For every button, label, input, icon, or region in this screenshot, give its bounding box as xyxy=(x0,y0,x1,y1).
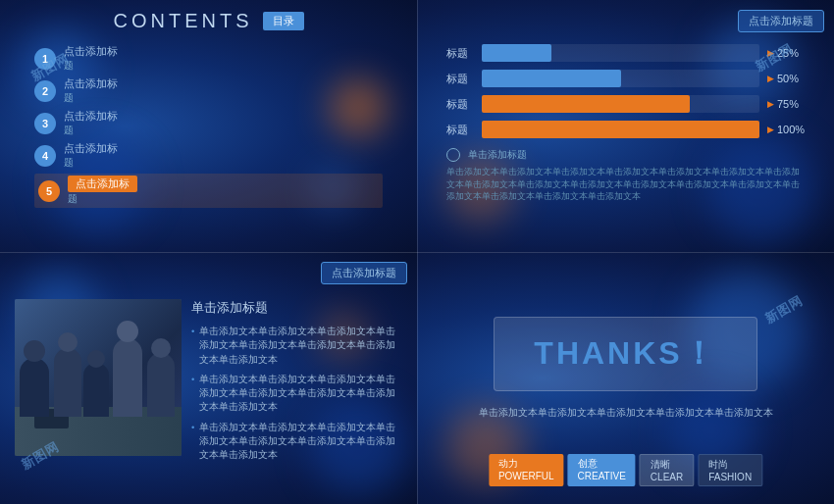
text-box-title: 单击添加标题 xyxy=(191,299,402,317)
bar-arrow-2: ▶ xyxy=(767,74,774,83)
bar-row-2: 标题 ▶ 50% xyxy=(446,70,805,87)
menu-list: 1 点击添加标 题 2 点击添加标 题 3 xyxy=(15,44,402,208)
menu-text-4: 点击添加标 题 xyxy=(64,141,118,170)
slide3-title-btn[interactable]: 点击添加标题 xyxy=(321,262,407,284)
bar-track-1 xyxy=(482,44,759,62)
check-circle-icon xyxy=(446,148,460,162)
bar-arrow-1: ▶ xyxy=(767,48,774,58)
meeting-photo xyxy=(15,299,182,456)
menu-item-1[interactable]: 1 点击添加标 题 xyxy=(34,44,383,73)
bar-label-3: 标题 xyxy=(446,97,474,112)
text-box-right: 单击添加标题 单击添加文本单击添加文本单击添加文本单击添加文本单击添加文本单击添… xyxy=(191,299,402,468)
bar-value-1: 25% xyxy=(777,47,799,59)
menu-link-3: 点击添加标 xyxy=(64,109,118,124)
bar-chart: 标题 ▶ 25% 标题 ▶ xyxy=(437,44,814,138)
menu-text-5: 点击添加标 题 xyxy=(68,176,137,206)
chart-footer: 单击添加标题 单击添加文本单击添加文本单击添加文本单击添加文本单击添加文本单击添… xyxy=(437,148,814,203)
photo-simulation xyxy=(15,299,182,456)
contents-header: CONTENTS 目录 xyxy=(15,10,402,32)
image-text-content: 点击添加标题 xyxy=(0,252,417,504)
tag-clear[interactable]: 清晰 CLEAR xyxy=(640,454,694,486)
bar-fill-2 xyxy=(482,70,621,87)
contents-badge: 目录 xyxy=(263,12,304,30)
tag-creative[interactable]: 创意 CREATIVE xyxy=(568,454,636,486)
menu-link-5: 点击添加标 xyxy=(68,176,137,192)
thanks-box: THANKS！ xyxy=(494,317,756,391)
bar-pct-2: ▶ 50% xyxy=(767,73,805,84)
tags-row: 动力 POWERFUL 创意 CREATIVE 清晰 CLEAR 时尚 FASH… xyxy=(489,454,762,486)
divider-vertical xyxy=(417,0,418,504)
tag-creative-label: CREATIVE xyxy=(578,471,626,481)
menu-link-1: 点击添加标 xyxy=(64,44,118,59)
footer-label-text: 单击添加标题 xyxy=(468,148,527,162)
menu-num-3: 3 xyxy=(34,113,56,134)
barchart-content: 点击添加标题 标题 ▶ 25% 标题 xyxy=(417,0,834,252)
bar-label-1: 标题 xyxy=(446,46,474,61)
tag-powerful-label: POWERFUL xyxy=(498,471,554,481)
photo-text-layout: 单击添加标题 单击添加文本单击添加文本单击添加文本单击添加文本单击添加文本单击添… xyxy=(15,299,402,468)
menu-item-3[interactable]: 3 点击添加标 题 xyxy=(34,109,383,137)
tag-fashion[interactable]: 时尚 FASHION xyxy=(698,454,762,486)
tag-fashion-label: FASHION xyxy=(708,472,752,482)
menu-num-4: 4 xyxy=(34,145,56,167)
slide-image-text: 新图网 点击添加标题 xyxy=(0,252,417,504)
thanks-text: THANKS！ xyxy=(534,335,716,371)
bar-track-3 xyxy=(482,95,759,113)
chart-footer-text: 单击添加文本单击添加文本单击添加文本单击添加文本单击添加文本单击添加文本单击添加… xyxy=(446,166,805,203)
slide-contents: 新图网 CONTENTS 目录 1 点击添加标 题 2 xyxy=(0,0,417,252)
menu-sub-3: 题 xyxy=(64,124,118,137)
tag-clear-label: CLEAR xyxy=(651,472,683,482)
bar-row-3: 标题 ▶ 75% xyxy=(446,95,805,113)
slide-thanks: 新图网 THANKS！ 单击添加文本单击添加文本单击添加文本单击添加文本单击添加… xyxy=(417,252,834,504)
menu-sub-5: 题 xyxy=(68,192,137,206)
menu-sub-4: 题 xyxy=(64,156,118,170)
bar-row-4: 标题 ▶ 100% xyxy=(446,121,805,138)
bar-fill-3 xyxy=(482,95,690,113)
menu-sub-1: 题 xyxy=(64,59,118,73)
bar-pct-4: ▶ 100% xyxy=(767,124,805,135)
bar-pct-1: ▶ 25% xyxy=(767,47,805,59)
menu-text-2: 点击添加标 题 xyxy=(64,76,118,105)
bar-label-2: 标题 xyxy=(446,72,474,86)
bullet-item-3: 单击添加文本单击添加文本单击添加文本单击添加文本单击添加文本单击添加文本单击添加… xyxy=(191,421,402,463)
menu-link-4: 点击添加标 xyxy=(64,141,118,156)
menu-item-5[interactable]: 5 点击添加标 题 xyxy=(34,174,383,208)
bar-arrow-3: ▶ xyxy=(767,99,774,109)
bar-label-4: 标题 xyxy=(446,123,474,137)
menu-text-3: 点击添加标 题 xyxy=(64,109,118,137)
menu-item-4[interactable]: 4 点击添加标 题 xyxy=(34,141,383,170)
tag-creative-prefix: 创意 xyxy=(578,458,598,469)
bar-fill-4 xyxy=(482,121,759,138)
thanks-sub: 单击添加文本单击添加文本单击添加文本单击添加文本单击添加文本 xyxy=(479,406,773,420)
menu-num-5: 5 xyxy=(38,180,60,202)
tag-powerful[interactable]: 动力 POWERFUL xyxy=(489,454,564,486)
contents-content: CONTENTS 目录 1 点击添加标 题 2 点击添加标 题 xyxy=(0,0,417,252)
menu-num-1: 1 xyxy=(34,48,56,70)
bar-row-1: 标题 ▶ 25% xyxy=(446,44,805,62)
bar-track-4 xyxy=(482,121,759,138)
slide2-title-btn[interactable]: 点击添加标题 xyxy=(738,10,824,32)
menu-link-2: 点击添加标 xyxy=(64,76,118,91)
bullet-item-2: 单击添加文本单击添加文本单击添加文本单击添加文本单击添加文本单击添加文本单击添加… xyxy=(191,373,402,415)
thanks-content: THANKS！ 单击添加文本单击添加文本单击添加文本单击添加文本单击添加文本 动… xyxy=(417,252,834,504)
bar-fill-1 xyxy=(482,44,551,62)
contents-title: CONTENTS xyxy=(114,10,253,32)
tag-powerful-prefix: 动力 xyxy=(498,458,518,469)
bar-value-3: 75% xyxy=(777,98,799,110)
menu-text-1: 点击添加标 题 xyxy=(64,44,118,73)
menu-sub-2: 题 xyxy=(64,91,118,105)
bar-value-2: 50% xyxy=(777,73,799,84)
menu-num-2: 2 xyxy=(34,80,56,102)
bar-track-2 xyxy=(482,70,759,87)
bar-pct-3: ▶ 75% xyxy=(767,98,805,110)
menu-item-2[interactable]: 2 点击添加标 题 xyxy=(34,76,383,105)
tag-fashion-prefix: 时尚 xyxy=(708,459,728,470)
chart-footer-label: 单击添加标题 xyxy=(446,148,805,162)
bullet-item-1: 单击添加文本单击添加文本单击添加文本单击添加文本单击添加文本单击添加文本单击添加… xyxy=(191,325,402,367)
tag-clear-prefix: 清晰 xyxy=(651,459,670,470)
slide-barchart: 新图网 点击添加标题 标题 ▶ 25% 标题 xyxy=(417,0,834,252)
bar-arrow-4: ▶ xyxy=(767,125,774,134)
bar-value-4: 100% xyxy=(777,124,805,135)
